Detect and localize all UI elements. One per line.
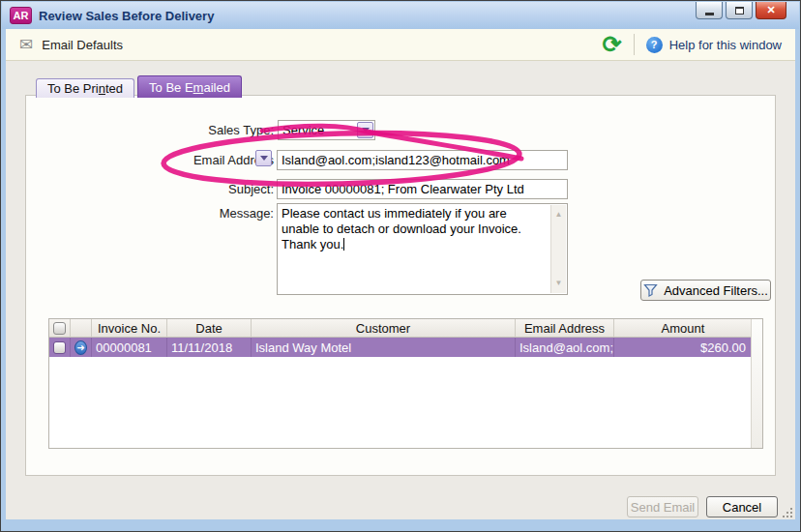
help-link[interactable]: Help for this window — [669, 38, 782, 52]
text-caret — [343, 238, 344, 251]
sales-type-dropdown-button[interactable] — [357, 122, 373, 138]
sales-type-label: Sales Type: — [26, 123, 274, 137]
tab-label: To Be E — [149, 80, 193, 95]
tab-label: To Be Pri — [47, 81, 99, 96]
detail-arrow-icon[interactable]: ➜ — [74, 340, 87, 355]
resize-grip[interactable] — [781, 506, 792, 517]
filter-funnel-icon — [643, 283, 658, 297]
envelope-icon: ✉ — [19, 37, 33, 53]
tab-to-be-emailed[interactable]: To Be Emailed — [137, 75, 242, 98]
window-title: Review Sales Before Delivery — [39, 9, 214, 23]
cell-customer: Island Way Motel — [252, 338, 516, 357]
table-scrollbar[interactable] — [751, 319, 762, 448]
message-scrollbar[interactable]: ▲ ▼ — [550, 205, 566, 293]
checkbox-icon[interactable] — [53, 341, 66, 354]
subject-label: Subject: — [26, 182, 274, 196]
minimize-icon — [705, 13, 714, 15]
message-label: Message: — [26, 206, 274, 221]
minimize-button[interactable] — [696, 2, 723, 19]
email-address-dropdown-button[interactable] — [255, 150, 272, 166]
maximize-icon — [735, 7, 744, 15]
cell-date: 11/11/2018 — [167, 338, 252, 357]
col-customer: Customer — [252, 319, 516, 338]
sales-type-value: Service — [279, 123, 357, 137]
help-icon[interactable]: ? — [646, 37, 663, 53]
toolbar: ✉ Email Defaults ⟳ ? Help for this windo… — [6, 29, 795, 61]
email-address-input[interactable] — [277, 150, 568, 170]
table-row[interactable]: ➜ 00000081 11/11/2018 Island Way Motel I… — [49, 338, 762, 357]
message-textarea[interactable]: Please contact us immediately if you are… — [277, 203, 568, 295]
scroll-up-icon[interactable]: ▲ — [555, 207, 563, 222]
toolbar-title: Email Defaults — [42, 38, 123, 52]
maximize-button[interactable] — [726, 2, 753, 19]
invoice-table: Invoice No. Date Customer Email Address … — [48, 318, 763, 449]
subject-input[interactable] — [277, 179, 568, 199]
select-all-header[interactable] — [49, 319, 71, 338]
send-email-button[interactable]: Send Email — [627, 496, 698, 517]
row-detail-cell[interactable]: ➜ — [71, 338, 92, 357]
tab-to-be-printed[interactable]: To Be Printed — [36, 78, 134, 98]
col-date: Date — [167, 319, 252, 338]
cancel-button[interactable]: Cancel — [706, 496, 778, 517]
cell-email-address: Island@aol.com;isla — [516, 338, 614, 357]
refresh-icon[interactable]: ⟳ — [603, 35, 622, 54]
table-header-row: Invoice No. Date Customer Email Address … — [49, 319, 762, 338]
app-badge-icon: AR — [10, 7, 32, 24]
tab-bar: To Be Printed To Be Emailed — [36, 75, 242, 98]
dialog-content: To Be Printed To Be Emailed Sales Type: … — [6, 61, 795, 519]
col-invoice-no: Invoice No. — [92, 319, 167, 338]
cell-amount: $260.00 — [614, 338, 753, 357]
close-button[interactable]: ✕ — [756, 2, 786, 19]
message-text: Please contact us immediately if you are… — [282, 206, 521, 251]
advanced-filters-label: Advanced Filters... — [664, 283, 768, 298]
col-amount: Amount — [614, 319, 753, 338]
title-bar[interactable]: AR Review Sales Before Delivery ✕ — [2, 2, 799, 29]
advanced-filters-button[interactable]: Advanced Filters... — [640, 280, 771, 301]
chevron-down-icon — [260, 156, 268, 161]
scroll-down-icon[interactable]: ▼ — [555, 276, 563, 291]
close-icon: ✕ — [766, 4, 775, 16]
toolbar-separator — [634, 34, 635, 55]
col-email-address: Email Address — [516, 319, 614, 338]
detail-column-header — [71, 319, 92, 338]
window-controls: ✕ — [696, 2, 786, 19]
cell-invoice-no: 00000081 — [92, 338, 167, 357]
chevron-down-icon — [362, 128, 370, 133]
sales-type-select[interactable]: Service — [278, 120, 375, 140]
dialog-window: AR Review Sales Before Delivery ✕ ✉ Emai… — [0, 0, 801, 532]
email-address-label: Email Address — [26, 153, 274, 167]
checkbox-icon[interactable] — [53, 322, 66, 335]
tab-panel: Sales Type: Service Email Address Subjec… — [25, 95, 776, 476]
row-select-cell[interactable] — [49, 338, 71, 357]
